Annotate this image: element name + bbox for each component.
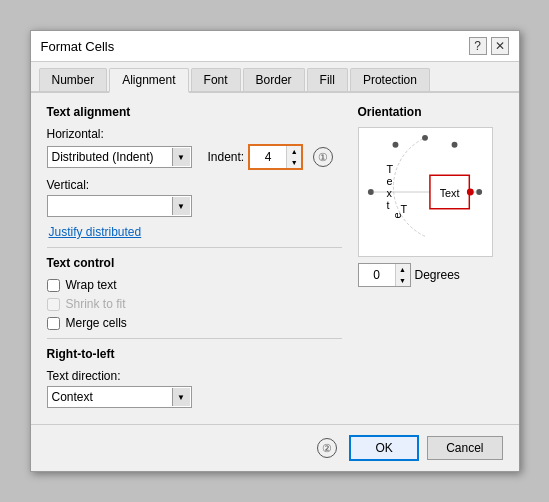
tab-fill[interactable]: Fill (307, 68, 348, 91)
tab-bar: Number Alignment Font Border Fill Protec… (31, 62, 519, 93)
horizontal-group: Horizontal: Distributed (Indent) General… (47, 127, 342, 170)
ok-button[interactable]: OK (349, 435, 419, 461)
tab-number[interactable]: Number (39, 68, 108, 91)
indent-group: Indent: ▲ ▼ ① (208, 144, 334, 170)
svg-text:t: t (386, 199, 389, 211)
text-direction-label: Text direction: (47, 369, 342, 383)
horizontal-select[interactable]: Distributed (Indent) General Left (Inden… (47, 146, 192, 168)
close-button[interactable]: ✕ (491, 37, 509, 55)
text-alignment-title: Text alignment (47, 105, 342, 119)
left-panel: Text alignment Horizontal: Distributed (… (47, 105, 342, 408)
horizontal-label: Horizontal: (47, 127, 342, 141)
horizontal-row: Distributed (Indent) General Left (Inden… (47, 144, 342, 170)
degrees-input-wrapper: ▲ ▼ (358, 263, 411, 287)
text-direction-wrapper: Context Left-to-Right Right-to-Left ▼ (47, 386, 192, 408)
svg-point-2 (367, 189, 373, 195)
vertical-group: Vertical: Top Center Bottom Justify Dist… (47, 178, 342, 217)
degrees-up-button[interactable]: ▲ (396, 264, 410, 275)
tab-protection[interactable]: Protection (350, 68, 430, 91)
orientation-box[interactable]: Text T e T e x t (358, 127, 493, 257)
merge-cells-checkbox[interactable] (47, 317, 60, 330)
badge-1: ① (313, 147, 333, 167)
svg-point-3 (392, 142, 398, 148)
degrees-spinners: ▲ ▼ (395, 264, 410, 286)
wrap-text-checkbox[interactable] (47, 279, 60, 292)
right-panel: Orientation (358, 105, 503, 408)
divider-1 (47, 247, 342, 248)
vertical-label: Vertical: (47, 178, 342, 192)
rtl-title: Right-to-left (47, 347, 342, 361)
dialog-footer: ② OK Cancel (31, 424, 519, 471)
title-bar-controls: ? ✕ (469, 37, 509, 55)
badge-2: ② (317, 438, 337, 458)
format-cells-dialog: Format Cells ? ✕ Number Alignment Font B… (30, 30, 520, 472)
svg-text:x: x (386, 187, 392, 199)
shrink-to-fit-row: Shrink to fit (47, 297, 342, 311)
svg-point-1 (422, 135, 428, 141)
orientation-diagram: Text T e T e x t (359, 128, 492, 256)
svg-point-4 (451, 142, 457, 148)
tab-border[interactable]: Border (243, 68, 305, 91)
justify-distributed-link[interactable]: Justify distributed (47, 225, 342, 239)
indent-input-wrapper: ▲ ▼ (248, 144, 303, 170)
svg-point-15 (466, 189, 473, 196)
degrees-input[interactable] (359, 265, 395, 285)
text-control-title: Text control (47, 256, 342, 270)
orientation-title: Orientation (358, 105, 503, 119)
vertical-select-wrapper: Top Center Bottom Justify Distributed ▼ (47, 195, 192, 217)
tab-alignment[interactable]: Alignment (109, 68, 188, 93)
vertical-select[interactable]: Top Center Bottom Justify Distributed (47, 195, 192, 217)
wrap-text-label: Wrap text (66, 278, 117, 292)
svg-point-5 (476, 189, 482, 195)
shrink-to-fit-label: Shrink to fit (66, 297, 126, 311)
svg-text:Text: Text (439, 187, 459, 199)
svg-text:T: T (386, 163, 393, 175)
help-button[interactable]: ? (469, 37, 487, 55)
indent-spinners: ▲ ▼ (286, 146, 301, 168)
degrees-down-button[interactable]: ▼ (396, 275, 410, 286)
cancel-button[interactable]: Cancel (427, 436, 502, 460)
dialog-title: Format Cells (41, 39, 115, 54)
title-bar: Format Cells ? ✕ (31, 31, 519, 62)
dialog-content: Text alignment Horizontal: Distributed (… (31, 93, 519, 420)
shrink-to-fit-checkbox[interactable] (47, 298, 60, 311)
horizontal-select-wrapper: Distributed (Indent) General Left (Inden… (47, 146, 192, 168)
svg-text:e: e (391, 213, 403, 219)
tab-font[interactable]: Font (191, 68, 241, 91)
text-direction-select[interactable]: Context Left-to-Right Right-to-Left (47, 386, 192, 408)
merge-cells-row: Merge cells (47, 316, 342, 330)
indent-input[interactable] (250, 147, 286, 167)
indent-up-button[interactable]: ▲ (287, 146, 301, 157)
indent-label: Indent: (208, 150, 245, 164)
merge-cells-label: Merge cells (66, 316, 127, 330)
indent-down-button[interactable]: ▼ (287, 157, 301, 168)
wrap-text-row: Wrap text (47, 278, 342, 292)
degrees-label: Degrees (415, 268, 460, 282)
divider-2 (47, 338, 342, 339)
degrees-row: ▲ ▼ Degrees (358, 263, 503, 287)
svg-text:e: e (386, 175, 392, 187)
